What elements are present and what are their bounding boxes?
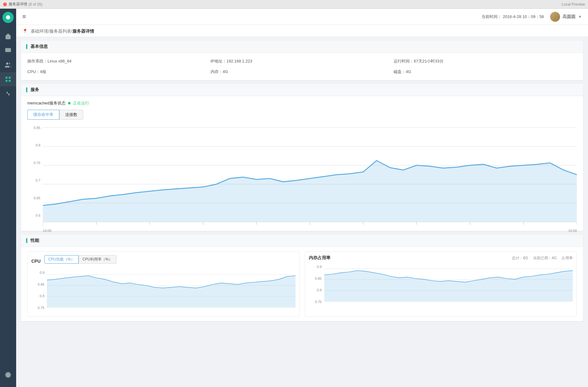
memory-chart-wrap: 0.9 0.85 0.8 0.75 (309, 263, 573, 307)
close-button[interactable] (3, 2, 7, 6)
service-card: 服务 memcached服务状态 正在运行 缓存命中率 连接数 (21, 84, 583, 231)
avatar (550, 12, 560, 22)
content-area: 📍 基础环境/服务器列表/服务器详情 基本信息 操作系统：Linux x86_6… (16, 25, 588, 387)
memory-info: 总计：8G 当前已用：4G 占用率 (512, 256, 573, 261)
memory-mini-chart (324, 263, 573, 307)
sidebar-item-monitor[interactable] (0, 44, 16, 58)
sidebar-item-dashboard[interactable] (0, 72, 16, 86)
window-title: 服务器详情 (9, 2, 27, 7)
cpu-chart-inner (47, 269, 296, 313)
basic-info-body: 操作系统：Linux x86_64 IP地址：192.168.1.223 运行时… (21, 53, 583, 80)
info-disk: 磁盘：4G (394, 68, 577, 76)
service-chart-inner: 14:00 15:00 (43, 123, 577, 227)
hamburger-menu[interactable]: ≡ (22, 13, 26, 20)
sidebar-item-home[interactable] (0, 29, 16, 44)
memory-panel: 内存占用率 总计：8G 当前已用：4G 占用率 0.9 0 (305, 251, 577, 317)
tab-cache-rate[interactable]: 缓存命中率 (27, 110, 59, 120)
performance-card: 性能 CPU CPU负载（%） CPU利用率（%） (21, 235, 583, 321)
tab-connections[interactable]: 连接数 (59, 110, 83, 120)
header: ≡ 当前时间： 2016-4-28 10：09：58 高圆圆 ▼ (16, 9, 588, 25)
memory-chart-svg (324, 263, 573, 307)
svg-point-4 (6, 62, 8, 65)
cpu-chart-svg (47, 269, 296, 313)
window-subtitle: (6 of 26) (29, 2, 43, 7)
cpu-title: CPU (31, 259, 41, 264)
sidebar-item-chart[interactable] (0, 86, 16, 101)
info-uptime: 运行时间：67天21小时33分 (394, 57, 577, 65)
service-chart-wrap: 0.85 0.8 0.75 0.7 0.65 0.6 (27, 123, 577, 227)
svg-rect-6 (9, 77, 11, 79)
status-dot (68, 102, 71, 104)
cpu-tabs: CPU负载（%） CPU利用率（%） (44, 255, 116, 264)
location-icon: 📍 (22, 29, 28, 34)
service-body: memcached服务状态 正在运行 缓存命中率 连接数 0.85 0.8 0. (21, 96, 583, 231)
cpu-panel: CPU CPU负载（%） CPU利用率（%） 0.9 0.85 (27, 251, 300, 317)
svg-rect-8 (9, 80, 11, 82)
info-memory: 内存：4G (211, 68, 394, 76)
service-chart-y-axis: 0.85 0.8 0.75 0.7 0.65 0.6 (27, 123, 43, 227)
username: 高圆圆 (563, 14, 576, 20)
performance-body: CPU CPU负载（%） CPU利用率（%） 0.9 0.85 (21, 247, 583, 321)
memory-title: 内存占用率 (309, 255, 330, 261)
breadcrumb: 📍 基础环境/服务器列表/服务器详情 (16, 25, 588, 37)
info-os: 操作系统：Linux x86_64 (27, 57, 211, 65)
cpu-y-axis: 0.9 0.85 0.8 0.75 (31, 269, 47, 313)
cpu-tab-usage[interactable]: CPU利用率（%） (79, 255, 116, 264)
info-cpu: CPU：4核 (27, 68, 211, 76)
header-time: 当前时间： 2016-4-28 10：09：58 (481, 14, 544, 20)
info-grid: 操作系统：Linux x86_64 IP地址：192.168.1.223 运行时… (27, 57, 577, 76)
user-dropdown-arrow[interactable]: ▼ (578, 15, 582, 19)
service-header: 服务 (21, 84, 583, 96)
service-tabs: 缓存命中率 连接数 (27, 110, 577, 120)
service-status: memcached服务状态 正在运行 (27, 100, 577, 106)
cpu-chart-wrap: 0.9 0.85 0.8 0.75 (31, 269, 296, 313)
svg-rect-7 (6, 80, 7, 82)
main-content: ≡ 当前时间： 2016-4-28 10：09：58 高圆圆 ▼ 📍 基础环境/… (16, 9, 588, 387)
cpu-tab-load[interactable]: CPU负载（%） (44, 255, 79, 264)
memory-chart-inner (324, 263, 573, 307)
basic-info-header: 基本信息 (21, 41, 583, 53)
avatar-image (550, 12, 560, 22)
basic-info-card: 基本信息 操作系统：Linux x86_64 IP地址：192.168.1.22… (21, 41, 583, 80)
sidebar-item-settings[interactable] (0, 368, 16, 382)
header-user: 高圆圆 ▼ (550, 12, 582, 22)
svg-rect-1 (5, 48, 11, 52)
info-ip: IP地址：192.168.1.223 (211, 57, 394, 65)
performance-header: 性能 (21, 235, 583, 247)
cpu-mini-chart (47, 269, 296, 313)
svg-rect-5 (6, 77, 7, 79)
logo (2, 12, 14, 23)
sidebar-item-group[interactable] (0, 58, 16, 72)
performance-grid: CPU CPU负载（%） CPU利用率（%） 0.9 0.85 (27, 251, 577, 317)
service-chart-svg (43, 123, 577, 227)
preview-label: Local Preview (562, 2, 585, 7)
memory-y-axis: 0.9 0.85 0.8 0.75 (309, 263, 324, 307)
service-chart-x-labels: 14:00 15:00 (43, 228, 577, 233)
sidebar (0, 9, 16, 387)
title-bar: 服务器详情 (6 of 26) Local Preview (0, 0, 588, 9)
